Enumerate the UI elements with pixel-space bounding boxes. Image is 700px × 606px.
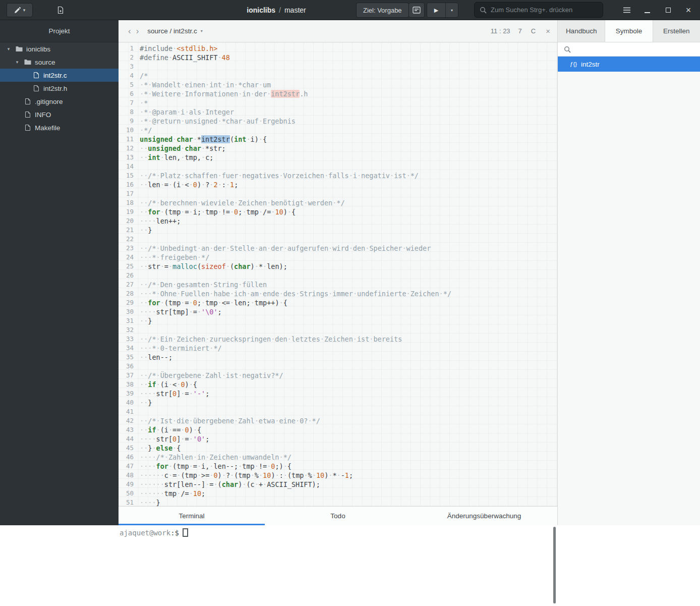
code-line[interactable]: 44····str[0]·=·'0';	[119, 434, 557, 444]
code-line[interactable]: 3	[119, 62, 557, 71]
edit-mode-button[interactable]: ▾	[7, 3, 33, 17]
code-line[interactable]: 24···*·freigeben·*/	[119, 253, 557, 262]
tree-item-info[interactable]: INFO	[0, 108, 119, 121]
language-indicator[interactable]: C	[531, 27, 536, 35]
line-number: 9	[119, 117, 140, 126]
code-line[interactable]: 43··if·(i·==·0)·{	[119, 425, 557, 434]
nav-back-button[interactable]: ‹	[126, 26, 134, 36]
code-line[interactable]: 17	[119, 189, 557, 198]
file-icon	[24, 124, 32, 131]
code-line[interactable]: 12··unsigned·char·*str;	[119, 144, 557, 153]
code-text	[140, 189, 557, 198]
code-line[interactable]: 36	[119, 362, 557, 371]
line-number: 47	[119, 462, 140, 471]
code-line[interactable]: 19··for·(tmp·=·i;·tmp·!=·0;·tmp·/=·10)·{	[119, 207, 557, 216]
code-line[interactable]: 39····str[0]·=·'-';	[119, 389, 557, 398]
minimize-button[interactable]	[638, 3, 656, 18]
code-line[interactable]: 29··for·(tmp·=·0;·tmp·<=·len;·tmp++)·{	[119, 298, 557, 307]
code-line[interactable]: 37··/*·Übergebene·Zahl·ist·negativ?*/	[119, 371, 557, 380]
code-line[interactable]: 14	[119, 162, 557, 171]
tab-close-button[interactable]: ×	[546, 27, 550, 35]
code-line[interactable]: 40··}	[119, 398, 557, 407]
code-line[interactable]: 21··}	[119, 226, 557, 235]
code-line[interactable]: 51····}	[119, 498, 557, 506]
header-bar: ▾ ioniclibs / master Ziel: Vorgabe ▶ ▾	[0, 0, 700, 20]
code-line[interactable]: 27··/*·Den·gesamten·String·füllen	[119, 280, 557, 289]
code-line[interactable]: 10·*/	[119, 126, 557, 135]
tree-item-int2str-c[interactable]: int2str.c	[0, 69, 119, 82]
tab-todo[interactable]: Todo	[265, 507, 411, 525]
code-line[interactable]: 26	[119, 271, 557, 280]
code-line[interactable]: 15··/*·Platz·schaffen·fuer·negatives·Vor…	[119, 171, 557, 180]
code-line[interactable]: 5·*·Wandelt·einen·int·in·*char·um	[119, 80, 557, 89]
breadcrumb[interactable]: source / int2str.c	[147, 27, 197, 35]
build-target-button[interactable]: Ziel: Vorgabe	[356, 3, 409, 18]
code-line[interactable]: 33··/*·Ein·Zeichen·zurueckspringen·den·l…	[119, 335, 557, 344]
code-line[interactable]: 34···*·0-terminiert·*/	[119, 344, 557, 353]
minimize-icon	[645, 12, 650, 13]
code-line[interactable]: 8·*·@param·i·als·Integer	[119, 107, 557, 117]
code-text: ······c·=·(tmp·>=·0)·?·(tmp·%·10)·:·(tmp…	[140, 471, 557, 480]
code-line[interactable]: 18··/*·berechnen·wieviele·Zeichen·benöti…	[119, 198, 557, 207]
run-button[interactable]: ▶	[427, 3, 445, 17]
symbols-search[interactable]	[558, 42, 700, 57]
code-line[interactable]: 23··/*·Unbedingt·an·der·Stelle·an·der·au…	[119, 244, 557, 253]
nav-forward-button[interactable]: ›	[134, 26, 142, 36]
terminal-panel[interactable]: ajaquet@work:$	[0, 525, 700, 606]
tree-item-source[interactable]: ▾source	[0, 56, 119, 69]
code-line[interactable]: 45··}·else·{	[119, 444, 557, 453]
code-line[interactable]: 2#define·ASCII_SHIFT·48	[119, 53, 557, 62]
new-document-button[interactable]	[52, 3, 69, 17]
code-editor[interactable]: 1#include·<stdlib.h>2#define·ASCII_SHIFT…	[119, 42, 557, 506]
app-menu-button[interactable]	[618, 3, 635, 18]
run-options-button[interactable]: ▾	[445, 3, 458, 17]
symbol-item-int2str[interactable]: ƒ{}int2str	[558, 57, 700, 72]
code-line[interactable]: 25··str·=·malloc(sizeof·(char)·*·len);	[119, 262, 557, 271]
code-line[interactable]: 46····/*·Zahlen·in·Zeichen·umwandeln·*/	[119, 453, 557, 462]
editor-column: ‹ › source / int2str.c ▾ 11 : 23 7 C × 1…	[119, 20, 557, 525]
tab-terminal[interactable]: Terminal	[119, 507, 265, 525]
code-line[interactable]: 31··}	[119, 316, 557, 325]
code-line[interactable]: 28···*·Ohne·Fuellen·habe·ich·am·ende·des…	[119, 289, 557, 298]
tab-handbuch[interactable]: Handbuch	[558, 20, 605, 42]
code-line[interactable]: 13··int·len,·tmp,·c;	[119, 153, 557, 162]
terminal-scrollbar[interactable]	[553, 527, 556, 603]
code-text: ··int·len,·tmp,·c;	[140, 153, 557, 162]
global-search[interactable]	[474, 2, 603, 18]
search-input[interactable]	[491, 6, 598, 14]
tree-item-ioniclibs[interactable]: ▾ioniclibs	[0, 42, 119, 56]
expander-icon[interactable]: ▾	[14, 60, 21, 65]
tab-erstellen[interactable]: Erstellen	[653, 20, 700, 42]
code-line[interactable]: 32	[119, 325, 557, 335]
code-line[interactable]: 6·*·Weitere·Informationen·in·der·int2str…	[119, 89, 557, 98]
build-configuration-button[interactable]	[409, 3, 425, 18]
code-line[interactable]: 49······str[len--]·=·(char)·(c·+·ASCII_S…	[119, 480, 557, 489]
tab-aenderungsueberwachung[interactable]: Änderungsüberwachung	[411, 507, 557, 525]
tree-item-int2str-h[interactable]: int2str.h	[0, 82, 119, 95]
code-line[interactable]: 7·*	[119, 98, 557, 107]
code-line[interactable]: 9·*·@return·unsigned·*char·auf·Ergebnis	[119, 117, 557, 126]
expander-icon[interactable]: ▾	[5, 46, 12, 51]
code-line[interactable]: 47····for·(tmp·=·i,·len--;·tmp·!=·0;)·{	[119, 462, 557, 471]
code-line[interactable]: 30····str[tmp]·=·'\0';	[119, 307, 557, 316]
code-line[interactable]: 11unsigned·char·*int2str(int·i)·{	[119, 135, 557, 144]
tab-symbole[interactable]: Symbole	[605, 20, 653, 42]
folder-icon	[24, 59, 32, 65]
tree-item-label: int2str.h	[43, 85, 67, 92]
line-number: 51	[119, 498, 140, 506]
code-line[interactable]: 50······tmp·/=·10;	[119, 489, 557, 498]
code-line[interactable]: 20····len++;	[119, 216, 557, 226]
tree-item-gitignore[interactable]: .gitignore	[0, 95, 119, 108]
close-button[interactable]: ×	[680, 3, 697, 18]
code-line[interactable]: 38··if·(i·<·0)·{	[119, 380, 557, 389]
tree-item-makefile[interactable]: Makefile	[0, 121, 119, 134]
maximize-button[interactable]	[660, 3, 677, 18]
code-line[interactable]: 42··/*·Ist·die·übergebene·Zahl·etwa·eine…	[119, 416, 557, 425]
code-line[interactable]: 4/*	[119, 71, 557, 80]
code-line[interactable]: 16··len·=·(i·<·0)·?·2·:·1;	[119, 180, 557, 189]
code-line[interactable]: 48······c·=·(tmp·>=·0)·?·(tmp·%·10)·:·(t…	[119, 471, 557, 480]
code-line[interactable]: 41	[119, 407, 557, 416]
code-line[interactable]: 35··len--;	[119, 353, 557, 362]
code-line[interactable]: 1#include·<stdlib.h>	[119, 44, 557, 53]
code-line[interactable]: 22	[119, 235, 557, 244]
